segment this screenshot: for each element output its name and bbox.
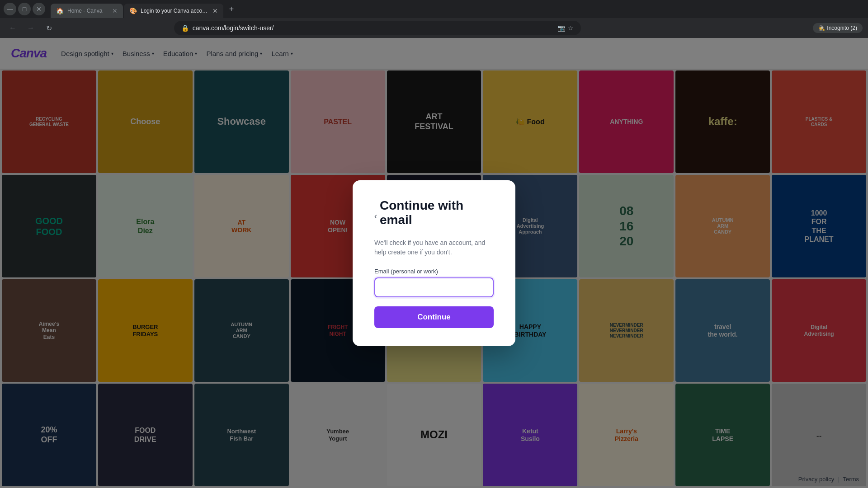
page-content: RECYCLING GENERAL WASTEChooseShowcasePAS… bbox=[0, 38, 868, 488]
forward-button[interactable]: → bbox=[24, 21, 38, 35]
incognito-icon: 🕵️ bbox=[818, 25, 825, 31]
window-controls: — □ ✕ bbox=[4, 3, 45, 15]
address-bar[interactable]: 🔒 canva.com/login/switch-user/ 📷 ☆ bbox=[174, 21, 581, 35]
incognito-label: Incognito (2) bbox=[827, 25, 857, 31]
back-button[interactable]: ‹ Continue with email bbox=[374, 198, 494, 235]
address-icons: 📷 ☆ bbox=[557, 24, 574, 32]
tab-close-icon[interactable]: ✕ bbox=[112, 7, 118, 14]
tab-bar: 🏠 Home - Canva ✕ 🎨 Login to your Canva a… bbox=[51, 0, 223, 18]
camera-off-icon: 📷 bbox=[557, 24, 565, 32]
email-label: Email (personal or work) bbox=[374, 268, 494, 275]
continue-button[interactable]: Continue bbox=[374, 306, 494, 328]
tab-favicon: 🏠 bbox=[56, 7, 64, 14]
lock-icon: 🔒 bbox=[181, 24, 189, 32]
modal-overlay: ‹ Continue with email We'll check if you… bbox=[0, 38, 868, 488]
close-button[interactable]: ✕ bbox=[33, 3, 45, 15]
tab-close-icon[interactable]: ✕ bbox=[212, 7, 218, 14]
email-input[interactable] bbox=[374, 277, 494, 297]
tab-title: Login to your Canva account bbox=[141, 8, 209, 14]
back-button[interactable]: ← bbox=[5, 21, 20, 35]
address-bar-row: ← → ↻ 🔒 canva.com/login/switch-user/ 📷 ☆… bbox=[0, 18, 868, 38]
url-text: canva.com/login/switch-user/ bbox=[193, 24, 554, 32]
login-modal: ‹ Continue with email We'll check if you… bbox=[353, 180, 515, 346]
minimize-button[interactable]: — bbox=[4, 3, 16, 15]
modal-subtitle: We'll check if you have an account, and … bbox=[374, 238, 494, 257]
back-arrow-icon: ‹ bbox=[374, 211, 377, 221]
new-tab-button[interactable]: + bbox=[225, 3, 238, 15]
maximize-button[interactable]: □ bbox=[18, 3, 31, 15]
browser-chrome: — □ ✕ 🏠 Home - Canva ✕ 🎨 Login to your C… bbox=[0, 0, 868, 18]
browser-tab-tab1[interactable]: 🏠 Home - Canva ✕ bbox=[51, 4, 123, 18]
browser-tab-tab2[interactable]: 🎨 Login to your Canva account ✕ bbox=[124, 4, 223, 18]
modal-title: Continue with email bbox=[380, 198, 494, 227]
tab-favicon: 🎨 bbox=[129, 7, 137, 14]
incognito-button[interactable]: 🕵️ Incognito (2) bbox=[813, 23, 863, 33]
reload-button[interactable]: ↻ bbox=[42, 21, 56, 35]
browser-right: 🕵️ Incognito (2) bbox=[813, 23, 863, 33]
tab-title: Home - Canva bbox=[67, 8, 108, 14]
star-icon[interactable]: ☆ bbox=[568, 24, 574, 32]
